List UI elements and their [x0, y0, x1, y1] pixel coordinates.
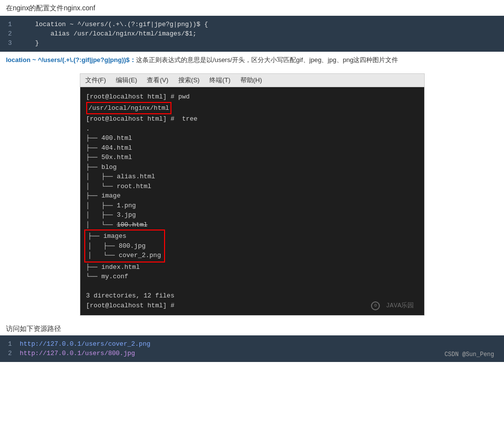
t-line-summary: 3 directories, 12 files — [86, 291, 418, 301]
watermark-text: JAVA乐园 — [386, 302, 414, 309]
bottom-line-1: 1 http://127.0.0.1/users/cover_2.png — [0, 339, 504, 349]
line-num-1: 1 — [0, 21, 20, 28]
terminal-watermark: ⚙ JAVA乐园 — [371, 301, 414, 310]
code-line-3: 3 } — [0, 38, 504, 48]
line-num-3: 3 — [0, 39, 20, 47]
t-line-root: │ └── root.html — [86, 182, 418, 192]
bottom-line-2-content: http://127.0.0.1/users/800.jpg — [20, 350, 135, 357]
t-line-myconf: └── my.conf — [86, 272, 418, 282]
bottom-section-label: 访问如下资源路径 — [0, 321, 504, 335]
code-line-2-content: alias /usr/local/nginx/html/images/$1; — [20, 30, 197, 37]
menu-view[interactable]: 查看(V) — [147, 76, 168, 85]
top-code-block: 1 location ~ ^/users/(.+\.(?:gif|jpe?g|p… — [0, 16, 504, 52]
line-num-2: 2 — [0, 30, 20, 37]
bottom-line-num-1: 1 — [0, 340, 20, 348]
pwd-result-box: /usr/local/nginx/html — [86, 102, 172, 115]
watermark-icon: ⚙ — [371, 301, 380, 310]
t-line-blog: ├── blog — [86, 163, 418, 172]
terminal-body: [root@localhost html] # pwd /usr/local/n… — [80, 87, 424, 315]
menu-search[interactable]: 搜索(S) — [178, 76, 200, 85]
menu-help[interactable]: 帮助(H) — [240, 76, 262, 85]
t-line-404: ├── 404.html — [86, 143, 418, 153]
t-line-prompt-end: [root@localhost html] # — [86, 301, 418, 311]
page-heading: 在nginx的配置文件nginx.conf — [0, 0, 504, 16]
bottom-watermark: CSDN @Sun_Peng — [444, 351, 494, 358]
code-line-1: 1 location ~ ^/users/(.+\.(?:gif|jpe?g|p… — [0, 20, 504, 29]
bottom-line-num-2: 2 — [0, 350, 20, 357]
t-line-400: ├── 400.html — [86, 133, 418, 143]
code-line-1-content: location ~ ^/users/(.+\.(?:gif|jpe?g|png… — [20, 21, 208, 28]
code-line-3-content: } — [20, 39, 39, 47]
t-line-dot: . — [86, 124, 418, 134]
description-line: location ~ ^/users/(.+\.(?:gif|jpe?g|png… — [0, 52, 504, 68]
menu-edit[interactable]: 编辑(E) — [116, 76, 137, 85]
desc-highlight: location ~ ^/users/(.+\.(?:gif|jpe?g|png… — [6, 56, 136, 64]
bottom-code-block: 1 http://127.0.0.1/users/cover_2.png 2 h… — [0, 335, 504, 362]
t-line-50x: ├── 50x.html — [86, 153, 418, 163]
bottom-line-2: 2 http://127.0.0.1/users/800.jpg — [0, 349, 504, 358]
t-line-alias: │ ├── alias.html — [86, 172, 418, 182]
t-line-index: ├── index.html — [86, 262, 418, 272]
images-box: ├── images │ ├── 800.jpg │ └── cover_2.p… — [84, 229, 165, 262]
t-line-tree: [root@localhost html] # tree — [86, 114, 418, 124]
menu-terminal[interactable]: 终端(T) — [209, 76, 231, 85]
desc-text: 这条正则表达式的意思是以/users/开头，区分大小写匹配gif、jpeg、jp… — [136, 56, 398, 64]
t-line-image: ├── image — [86, 191, 418, 201]
terminal-menubar: 文件(F) 编辑(E) 查看(V) 搜索(S) 终端(T) 帮助(H) — [80, 74, 424, 87]
t-line-0: [root@localhost html] # pwd — [86, 92, 418, 102]
code-line-2: 2 alias /usr/local/nginx/html/images/$1; — [0, 29, 504, 38]
bottom-line-1-content: http://127.0.0.1/users/cover_2.png — [20, 340, 150, 348]
t-line-1png: │ ├── 1.png — [86, 201, 418, 211]
menu-file[interactable]: 文件(F) — [85, 76, 106, 85]
t-line-3jpg: │ ├── 3.jpg — [86, 210, 418, 220]
t-line-blank — [86, 282, 418, 292]
t-line-pwd-result: /usr/local/nginx/html — [86, 102, 418, 115]
t-line-100html: │ └── 100.html — [86, 220, 418, 230]
terminal-window: 文件(F) 编辑(E) 查看(V) 搜索(S) 终端(T) 帮助(H) [roo… — [80, 73, 425, 316]
t-line-images: ├── images │ ├── 800.jpg │ └── cover_2.p… — [86, 229, 418, 262]
